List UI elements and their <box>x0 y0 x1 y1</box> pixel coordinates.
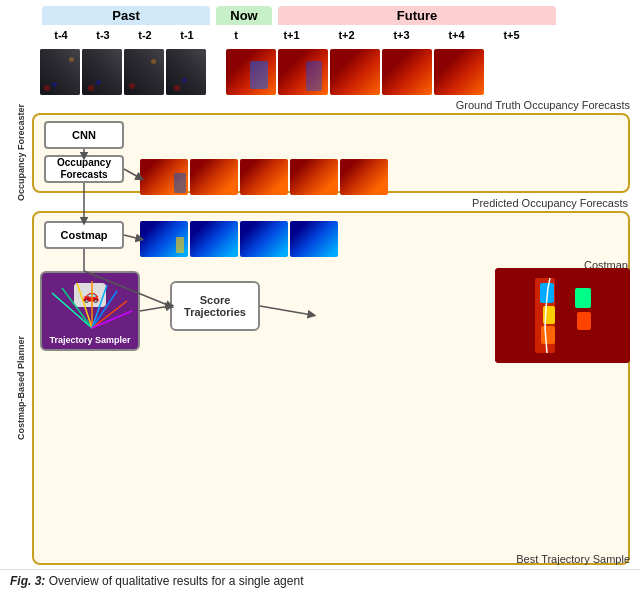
label-t5: t+5 <box>484 29 539 41</box>
label-t-2: t-2 <box>124 29 166 41</box>
fig-caption: Fig. 3: Overview of qualitative results … <box>0 569 640 594</box>
future-img-3 <box>330 49 380 95</box>
past-img-4 <box>166 49 206 95</box>
costmap-images <box>140 221 338 257</box>
best-traj-label: Best Trajectory Sample <box>516 553 630 565</box>
predicted-label: Predicted Occupancy Forecasts <box>472 197 628 209</box>
trajectory-sampler-box: 🚗 Trajectory Sampler <box>40 271 140 351</box>
costmap-planner-box <box>32 211 630 565</box>
costmap-planner-side: Costmap-Based Planner <box>10 211 32 565</box>
cnn-box: CNN <box>44 121 124 149</box>
svg-rect-12 <box>541 326 555 344</box>
occupancy-forecasts-box: Occupancy Forecasts <box>44 155 124 183</box>
past-img-2 <box>82 49 122 95</box>
score-trajectories-box: Score Trajectories <box>170 281 260 331</box>
label-t3: t+3 <box>374 29 429 41</box>
predicted-images <box>140 159 388 195</box>
best-trajectory-image <box>495 268 630 363</box>
svg-rect-13 <box>575 288 591 308</box>
future-img-4 <box>382 49 432 95</box>
svg-line-1 <box>62 288 92 328</box>
ground-truth-label: Ground Truth Occupancy Forecasts <box>456 99 630 111</box>
label-t4: t+4 <box>429 29 484 41</box>
label-t-1: t-1 <box>166 29 208 41</box>
fig-caption-prefix: Fig. 3: <box>10 574 45 588</box>
past-img-1 <box>40 49 80 95</box>
diagram-area: Occupancy Forecaster CNN Occupancy Forec… <box>10 113 630 565</box>
label-t1: t+1 <box>264 29 319 41</box>
label-t-3: t-3 <box>82 29 124 41</box>
future-img-2 <box>278 49 328 95</box>
future-img-1 <box>226 49 276 95</box>
past-header: Past <box>42 6 210 25</box>
svg-rect-14 <box>577 312 591 330</box>
label-t-4: t-4 <box>40 29 82 41</box>
main-container: Past Now Future t-4 t-3 t-2 t-1 t t+1 t+… <box>0 0 640 594</box>
costmap-box: Costmap <box>44 221 124 249</box>
svg-rect-8 <box>495 268 630 363</box>
label-t2: t+2 <box>319 29 374 41</box>
future-img-5 <box>434 49 484 95</box>
fig-caption-text: Overview of qualitative results for a si… <box>45 574 303 588</box>
label-t: t <box>208 29 264 41</box>
future-header: Future <box>278 6 556 25</box>
past-img-3 <box>124 49 164 95</box>
now-header: Now <box>216 6 272 25</box>
occupancy-forecaster-side: Occupancy Forecaster <box>10 113 32 193</box>
